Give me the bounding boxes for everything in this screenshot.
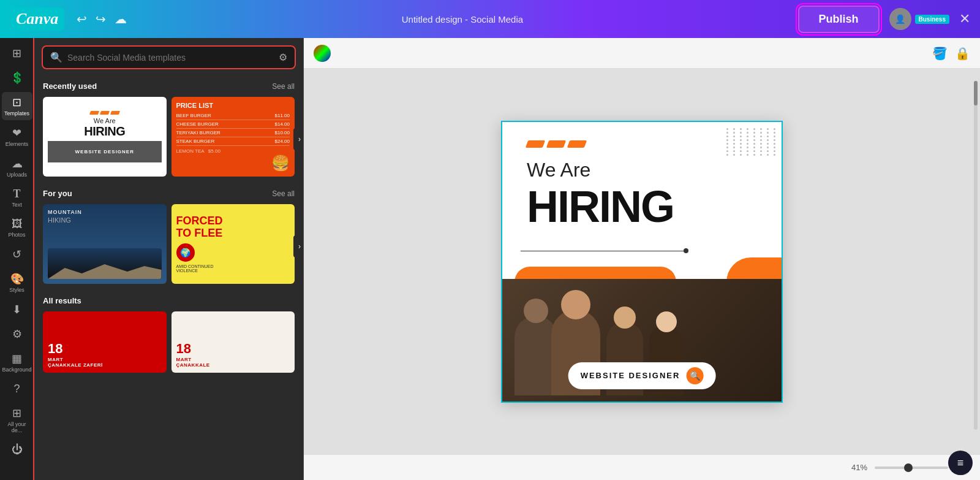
color-swatch[interactable] [314, 45, 331, 62]
downloads-icon: ⬇ [12, 303, 21, 316]
search-icon: 🔍 [50, 51, 62, 63]
search-bar: 🔍 ⚙ [42, 45, 296, 69]
sidebar-item-templates[interactable]: ⊡ Templates [2, 92, 32, 120]
hiring-big-text: HIRING [527, 181, 674, 232]
recently-used-next-arrow[interactable]: › [293, 128, 304, 150]
redo-icon[interactable]: ↪ [96, 12, 106, 26]
design-canvas[interactable]: We Are HIRING [501, 121, 783, 403]
pricelist-item-4: STEAK BURGER$24.00 [176, 137, 290, 146]
uploads-icon: ☁ [12, 157, 23, 170]
template-card-pricelist[interactable]: PRICE LIST BEEF BURGER$11.00 CHEESE BURG… [172, 97, 295, 177]
template-card-hiring[interactable]: We Are HIRING WEBSITE DESIGNER [43, 97, 167, 177]
sidebar-item-label-text: Text [12, 202, 22, 208]
all-results-label: All results [43, 296, 81, 305]
sidebar-item-help[interactable]: ? [2, 379, 32, 400]
settings-icon: ⚙ [12, 327, 22, 341]
office-photo: WEBSITE DESIGNER 🔍 [502, 279, 782, 402]
hiring-design: We Are HIRING [502, 122, 782, 402]
paint-bucket-icon[interactable]: 🪣 [932, 46, 948, 61]
all-results-header: All results [34, 291, 303, 309]
template-card-forced[interactable]: FORCEDTO FLEE 🌍 AMID CONTINUEDVIOLENCE [172, 204, 295, 284]
recently-used-header: Recently used See all [34, 77, 303, 94]
sidebar-item-label-uploads: Uploads [7, 172, 27, 178]
zoom-label: 41% [851, 463, 867, 472]
canvas-scrollbar[interactable] [974, 81, 978, 430]
canvas-content: We Are HIRING [304, 69, 980, 454]
logo[interactable]: Canva [10, 7, 64, 31]
sidebar-item-dollar[interactable]: 💲 [2, 67, 32, 90]
18mart2-num: 18 [176, 341, 290, 357]
sidebar-item-uploads[interactable]: ☁ Uploads [2, 153, 32, 181]
decorative-line [521, 251, 688, 251]
avatar[interactable]: 👤 [889, 8, 911, 30]
sidebar-item-label-styles: Styles [9, 287, 24, 293]
for-you-header: For you See all [34, 184, 303, 202]
we-are-text: We Are [527, 159, 674, 181]
main-layout: ⊞ 💲 ⊡ Templates ❤ Elements ☁ Uploads T T… [0, 38, 980, 480]
recently-used-grid: We Are HIRING WEBSITE DESIGNER PRICE LIS… [34, 94, 303, 184]
hiring-design-text: We Are HIRING [527, 159, 674, 232]
template-card-18mart1[interactable]: 18 MARTÇANAKKALE ZAFERİ [43, 311, 167, 373]
chat-fab-button[interactable]: ≡ [948, 451, 973, 475]
hiring-card-badge: WEBSITE DESIGNER [75, 149, 134, 154]
bottom-bar: 41% ? [304, 454, 980, 480]
18mart2-text: MARTÇANAKKALE [176, 357, 290, 368]
sidebar-item-styles[interactable]: 🎨 Styles [2, 269, 32, 297]
orange-stripes [527, 140, 586, 148]
save-cloud-icon[interactable]: ☁ [115, 12, 127, 26]
pricelist-item-2: CHEESE BURGER$14.00 [176, 120, 290, 129]
close-button[interactable]: ✕ [959, 11, 970, 27]
sidebar-item-settings[interactable]: ⚙ [2, 324, 32, 346]
search-input[interactable] [67, 53, 274, 63]
18mart1-text: MARTÇANAKKALE ZAFERİ [48, 357, 162, 368]
undo-icon[interactable]: ↩ [77, 12, 87, 26]
pricelist-item-1: BEEF BURGER$11.00 [176, 112, 290, 120]
canvas-scrollbar-thumb [974, 81, 978, 105]
dots-pattern [726, 128, 775, 177]
sidebar-item-downloads[interactable]: ⬇ [2, 299, 32, 321]
sidebar-item-background[interactable]: ▦ Background [2, 348, 32, 376]
badge-search-icon: 🔍 [686, 367, 703, 384]
sidebar-item-photos[interactable]: 🖼 Photos [2, 214, 32, 242]
pricelist-title: PRICE LIST [176, 102, 290, 109]
for-you-see-all[interactable]: See all [272, 189, 295, 198]
sidebar-item-all-designs[interactable]: ⊞ All your de... [2, 403, 32, 437]
sidebar-item-label-templates: Templates [4, 110, 29, 116]
document-title: Untitled design - Social Media [127, 14, 797, 25]
styles-icon: 🎨 [10, 272, 24, 286]
canvas-area: 🪣 🔒 [304, 38, 980, 480]
designer-badge-text: WEBSITE DESIGNER [581, 371, 680, 380]
help-icon: ? [13, 383, 20, 395]
hiring-card-hiring: HIRING [84, 124, 125, 139]
for-you-grid: MOUNTAIN HIKING FORCEDTO FLEE 🌍 AMID CON… [34, 202, 303, 291]
template-card-18mart2[interactable]: 18 MARTÇANAKKALE [172, 311, 295, 373]
mountain-card-title: MOUNTAIN [48, 209, 162, 215]
history-icon: ↺ [12, 248, 21, 261]
icon-nav: ⊞ 💲 ⊡ Templates ❤ Elements ☁ Uploads T T… [0, 38, 34, 480]
for-you-next-arrow[interactable]: › [293, 235, 304, 257]
all-results-grid: 18 MARTÇANAKKALE ZAFERİ 18 MARTÇANAKKALE [34, 309, 303, 380]
18mart1-num: 18 [48, 341, 162, 357]
sidebar-item-history[interactable]: ↺ [2, 244, 32, 266]
filter-icon[interactable]: ⚙ [279, 51, 287, 63]
canvas-tool-right: 🪣 🔒 [932, 46, 970, 61]
sidebar-item-label-photos: Photos [8, 232, 25, 238]
sidebar-item-elements[interactable]: ❤ Elements [2, 123, 32, 151]
templates-panel: 🔍 ⚙ Recently used See all We Are HIRING … [34, 38, 304, 480]
lock-icon[interactable]: 🔒 [955, 46, 970, 61]
decorative-line-area [502, 251, 782, 251]
forced-card-sub: AMID CONTINUEDVIOLENCE [176, 264, 290, 273]
templates-icon: ⊡ [12, 96, 21, 109]
sidebar-item-grid[interactable]: ⊞ [2, 43, 32, 65]
sidebar-item-power[interactable]: ⏻ [2, 440, 32, 461]
sidebar-item-text[interactable]: T Text [2, 184, 32, 211]
publish-button[interactable]: Publish [798, 6, 880, 33]
recently-used-label: Recently used [43, 82, 97, 91]
zoom-slider[interactable] [875, 467, 948, 469]
topbar: Canva ↩ ↪ ☁ Untitled design - Social Med… [0, 0, 980, 38]
recently-used-see-all[interactable]: See all [272, 82, 295, 91]
dollar-icon: 💲 [10, 71, 24, 85]
template-card-mountain[interactable]: MOUNTAIN HIKING [43, 204, 167, 284]
for-you-label: For you [43, 189, 72, 198]
photo-inner: WEBSITE DESIGNER 🔍 [502, 279, 782, 402]
